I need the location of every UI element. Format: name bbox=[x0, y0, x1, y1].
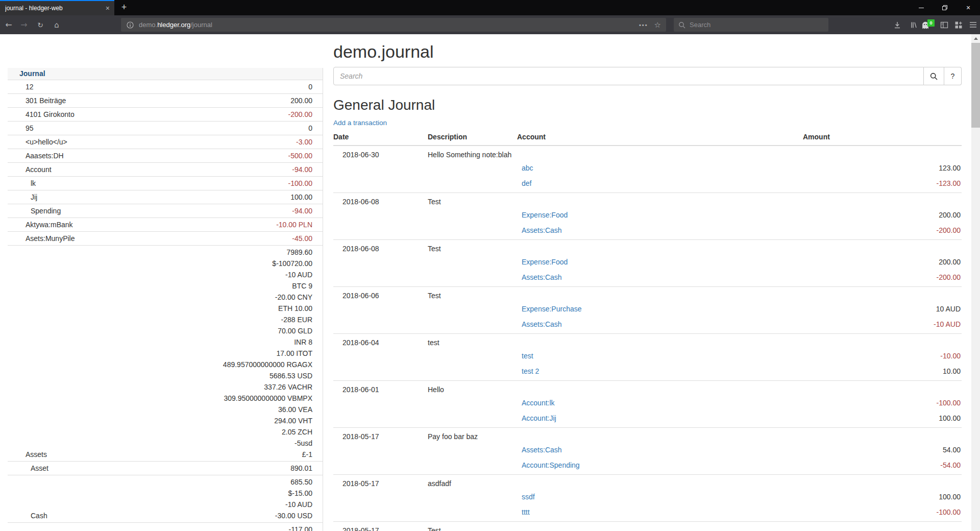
restore-icon bbox=[942, 5, 948, 11]
transaction-row: 2018-05-17Pay foo bar baz bbox=[333, 428, 962, 443]
sidebar-account-row: Aktywa:mBank-10.00 PLN bbox=[8, 218, 323, 232]
posting-amount: 200.00 bbox=[803, 207, 962, 223]
sidebar-account-link[interactable]: Assets bbox=[26, 450, 47, 458]
sidebar-account-link[interactable]: Aaasets:DH bbox=[26, 152, 64, 160]
sidebar-account-link[interactable]: 4101 Girokonto bbox=[26, 110, 75, 118]
downloads-button[interactable] bbox=[890, 15, 904, 34]
account-name-cell: Spending bbox=[8, 204, 135, 218]
transaction-row: 2018-06-06Test bbox=[333, 287, 962, 302]
sidebar-account-link[interactable]: Cash bbox=[31, 512, 47, 520]
posting-account-cell: Expense:Food bbox=[517, 207, 803, 223]
adblock-extension-button[interactable]: 0 bbox=[920, 15, 934, 34]
journal-search-input[interactable] bbox=[333, 67, 924, 85]
posting-row: Expense:Purchase10 AUD bbox=[333, 301, 962, 317]
posting-account-link[interactable]: Expense:Food bbox=[522, 258, 568, 266]
posting-account-link[interactable]: Assets:Cash bbox=[522, 320, 562, 328]
add-transaction-link[interactable]: Add a transaction bbox=[333, 118, 387, 128]
posting-date-spacer bbox=[333, 442, 428, 457]
transaction-description: Test bbox=[428, 522, 962, 531]
url-bar[interactable]: demo.hledger.org/journal ••• ☆ bbox=[121, 18, 666, 32]
window-restore-button[interactable] bbox=[933, 0, 957, 15]
sidebar-accounts-table: Journal 120301 Beiträge200.004101 Giroko… bbox=[8, 68, 323, 531]
posting-account-link[interactable]: Assets:Cash bbox=[522, 273, 562, 281]
amount-value: INR 8 bbox=[135, 336, 312, 348]
sidebar-account-link[interactable]: Account bbox=[26, 165, 52, 174]
forward-button[interactable]: → bbox=[16, 15, 32, 34]
reload-button[interactable]: ↻ bbox=[33, 15, 48, 34]
posting-account-link[interactable]: tttt bbox=[522, 508, 530, 516]
account-name-cell: Asset bbox=[8, 462, 135, 475]
transaction-date: 2018-05-17 bbox=[333, 475, 428, 490]
posting-account-link[interactable]: Account:Spending bbox=[522, 461, 580, 469]
sidebar-account-link[interactable]: Jij bbox=[31, 193, 37, 201]
account-name-cell: 4101 Girokonto bbox=[8, 108, 135, 122]
posting-account-link[interactable]: Account:Jij bbox=[522, 414, 556, 422]
sidebar-account-link[interactable]: 95 bbox=[26, 124, 34, 132]
sidebar-toggle-icon bbox=[940, 21, 948, 29]
scrollbar-up-arrow-icon[interactable] bbox=[974, 37, 978, 40]
library-button[interactable] bbox=[906, 15, 921, 34]
new-tab-button[interactable]: + bbox=[117, 0, 131, 15]
amount-value: BTC 9 bbox=[135, 280, 312, 292]
posting-account-link[interactable]: Expense:Purchase bbox=[522, 305, 582, 313]
search-help-button[interactable]: ? bbox=[944, 67, 962, 85]
column-header-amount: Amount bbox=[803, 130, 962, 146]
home-button[interactable]: ⌂ bbox=[49, 15, 64, 34]
posting-account-link[interactable]: test 2 bbox=[522, 367, 539, 375]
posting-account-link[interactable]: abc bbox=[522, 164, 533, 172]
search-icon bbox=[678, 21, 685, 29]
sidebar-account-link[interactable]: <u>hello</u> bbox=[26, 138, 67, 146]
posting-account-link[interactable]: Account:lk bbox=[522, 399, 555, 407]
browser-search-box[interactable]: Search bbox=[674, 18, 828, 32]
amount-value: 0 bbox=[135, 81, 312, 92]
page-scrollbar[interactable] bbox=[971, 34, 980, 531]
window-close-button[interactable]: × bbox=[957, 0, 980, 15]
amount-value: -94.00 bbox=[135, 205, 312, 216]
posting-account-cell: def bbox=[517, 176, 803, 193]
back-button[interactable]: ← bbox=[1, 15, 16, 34]
sidebar-account-row: 4101 Girokonto-200.00 bbox=[8, 108, 323, 122]
posting-account-link[interactable]: Assets:Cash bbox=[522, 446, 562, 454]
page-actions-icon[interactable]: ••• bbox=[639, 22, 648, 28]
browser-search-placeholder: Search bbox=[690, 21, 710, 29]
sidebar-account-link[interactable]: 301 Beiträge bbox=[26, 96, 66, 105]
posting-date-spacer bbox=[333, 411, 428, 428]
posting-account-link[interactable]: Assets:Cash bbox=[522, 226, 562, 234]
amount-value: 489.957000000000 RGAGX bbox=[135, 359, 312, 370]
sidebar-account-link[interactable]: Aktywa:mBank bbox=[26, 221, 73, 229]
posting-account-cell: Assets:Cash bbox=[517, 223, 803, 240]
window-minimize-button[interactable] bbox=[910, 0, 933, 15]
sidebars-button[interactable] bbox=[937, 15, 951, 34]
sidebar-journal-link[interactable]: Journal bbox=[19, 69, 45, 78]
posting-amount: 10.00 bbox=[803, 364, 962, 381]
account-name-cell: Assets bbox=[8, 246, 135, 462]
site-info-icon[interactable] bbox=[126, 21, 134, 29]
posting-account-link[interactable]: test bbox=[522, 352, 533, 360]
column-header-account: Account bbox=[517, 130, 803, 146]
sidebar-account-link[interactable]: lk bbox=[31, 179, 36, 187]
posting-account-link[interactable]: def bbox=[522, 179, 531, 187]
posting-amount: -123.00 bbox=[803, 176, 962, 193]
extensions-grid-button[interactable] bbox=[951, 15, 966, 34]
sidebar-account-link[interactable]: Asset bbox=[31, 464, 48, 472]
journal-search-button[interactable] bbox=[924, 67, 944, 85]
url-text: demo.hledger.org/journal bbox=[139, 21, 212, 29]
posting-date-spacer bbox=[333, 223, 428, 240]
amount-value: -10.00 PLN bbox=[135, 219, 312, 230]
bookmark-star-icon[interactable]: ☆ bbox=[654, 20, 661, 30]
tab-close-icon[interactable]: × bbox=[106, 1, 110, 15]
amount-value: 7989.60 bbox=[135, 247, 312, 258]
posting-account-cell: tttt bbox=[517, 504, 803, 522]
menu-button[interactable] bbox=[966, 15, 980, 34]
transaction: 2018-06-30Hello Something note:blahabc12… bbox=[333, 146, 962, 193]
sidebar-account-link[interactable]: 12 bbox=[26, 83, 34, 91]
posting-row: test-10.00 bbox=[333, 348, 962, 364]
browser-tab-active[interactable]: journal - hledger-web × bbox=[0, 0, 114, 15]
posting-desc-spacer bbox=[428, 364, 517, 381]
posting-account-link[interactable]: ssdf bbox=[522, 493, 535, 501]
sidebar-account-link[interactable]: Spending bbox=[31, 207, 61, 215]
scrollbar-thumb[interactable] bbox=[971, 43, 980, 128]
sidebar-account-link[interactable]: Asets:MunyPile bbox=[26, 234, 75, 243]
browser-tab-bar: journal - hledger-web × + × bbox=[0, 0, 980, 15]
posting-account-link[interactable]: Expense:Food bbox=[522, 211, 568, 219]
